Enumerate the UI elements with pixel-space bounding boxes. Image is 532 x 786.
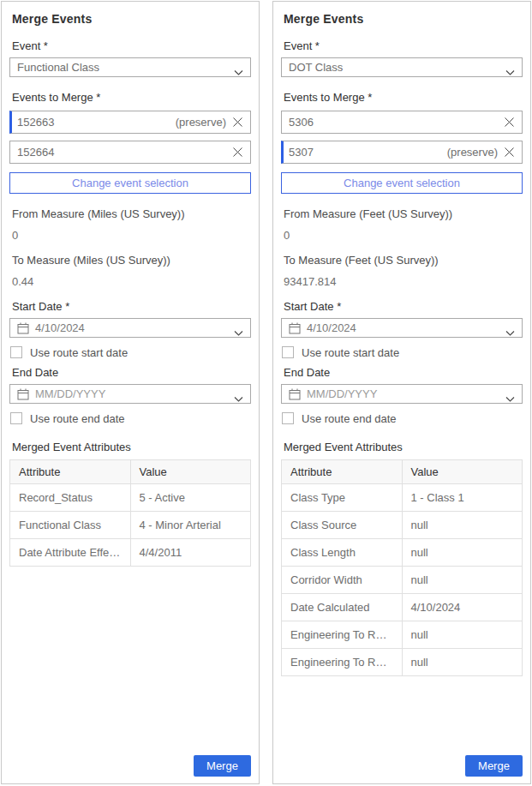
attribute-cell: Engineering To Route ... [282, 649, 403, 676]
preserve-tag: (preserve) [176, 116, 226, 129]
calendar-icon [289, 388, 301, 400]
attribute-cell: Class Length [282, 539, 403, 567]
end-date-label: End Date [284, 366, 520, 379]
table-header-row: Attribute Value [10, 460, 251, 484]
use-route-start-date-row: Use route start date [282, 345, 523, 360]
start-date-label: Start Date * [12, 300, 248, 313]
event-id-text: 5307 [289, 146, 447, 159]
merge-events-panel-right: Merge Events Event * DOT Class Events to… [272, 1, 531, 784]
calendar-icon [17, 388, 29, 400]
event-select-value: DOT Class [289, 61, 343, 74]
panel-footer: Merge [281, 755, 523, 778]
value-cell: null [402, 567, 523, 594]
attribute-column-header: Attribute [10, 460, 131, 484]
start-date-picker[interactable]: 4/10/2024 [9, 318, 251, 338]
preserve-tag: (preserve) [447, 146, 498, 159]
checkbox-use-route-end-date[interactable] [282, 412, 294, 424]
event-select[interactable]: Functional Class [9, 57, 251, 77]
event-id-text: 152663 [17, 116, 176, 129]
event-id-text: 152664 [17, 146, 232, 159]
event-to-merge-row: 152664 [9, 141, 251, 164]
value-cell: 4/4/2011 [130, 539, 251, 567]
event-to-merge-row: 5307 (preserve) [281, 141, 523, 164]
checkbox-use-route-end-date[interactable] [10, 412, 22, 424]
checkbox-use-route-start-date[interactable] [282, 346, 294, 358]
end-date-placeholder: MM/DD/YYYY [35, 387, 234, 400]
remove-event-icon[interactable] [504, 117, 515, 128]
end-date-placeholder: MM/DD/YYYY [307, 387, 505, 400]
start-date-value: 4/10/2024 [35, 321, 234, 334]
remove-event-icon[interactable] [232, 117, 243, 128]
attribute-cell: Functional Class [10, 512, 131, 539]
remove-event-icon[interactable] [232, 147, 243, 158]
start-date-label: Start Date * [284, 300, 520, 313]
event-select[interactable]: DOT Class [281, 57, 523, 77]
merged-event-attributes-label: Merged Event Attributes [12, 441, 248, 453]
value-column-header: Value [130, 460, 251, 484]
chevron-down-icon [234, 325, 243, 332]
attribute-cell: Record_Status [10, 484, 131, 512]
end-date-picker[interactable]: MM/DD/YYYY [9, 384, 251, 404]
change-event-selection-button[interactable]: Change event selection [9, 172, 251, 194]
merge-events-workspace: Merge Events Event * Functional Class Ev… [0, 0, 532, 786]
chevron-down-icon [505, 64, 515, 71]
calendar-icon [17, 322, 29, 334]
value-cell: 4 - Minor Arterial [130, 512, 251, 539]
start-date-value: 4/10/2024 [307, 321, 505, 334]
table-row: Corridor Width null [282, 567, 523, 594]
value-cell: null [402, 621, 523, 649]
table-row: Class Length null [282, 539, 523, 567]
remove-event-icon[interactable] [504, 147, 515, 158]
attribute-column-header: Attribute [282, 460, 403, 484]
table-row: Date Calculated 4/10/2024 [282, 594, 523, 621]
table-row: Class Source null [282, 512, 523, 539]
value-cell: 5 - Active [130, 484, 251, 512]
end-date-label: End Date [12, 366, 248, 379]
checkbox-use-route-start-date[interactable] [10, 346, 22, 358]
end-date-picker[interactable]: MM/DD/YYYY [281, 384, 523, 404]
attribute-cell: Engineering To RouteID [282, 621, 403, 649]
chevron-down-icon [505, 391, 515, 398]
table-header-row: Attribute Value [282, 460, 523, 484]
merged-event-attributes-label: Merged Event Attributes [284, 441, 520, 453]
page-title: Merge Events [12, 12, 248, 26]
table-row: Record_Status 5 - Active [10, 484, 251, 512]
value-cell: null [402, 539, 523, 567]
attribute-cell: Class Type [282, 484, 403, 512]
attribute-cell: Date Calculated [282, 594, 403, 621]
to-measure-value: 0.44 [12, 275, 248, 288]
change-event-selection-button[interactable]: Change event selection [281, 172, 523, 194]
chevron-down-icon [234, 64, 243, 71]
merge-button[interactable]: Merge [194, 755, 251, 777]
value-column-header: Value [402, 460, 523, 484]
table-row: Class Type 1 - Class 1 [282, 484, 523, 512]
from-measure-label: From Measure (Miles (US Survey)) [12, 207, 248, 220]
table-row: Date Attribute Effective 4/4/2011 [10, 539, 251, 567]
chevron-down-icon [505, 325, 515, 332]
use-route-start-date-label: Use route start date [30, 346, 128, 359]
events-to-merge-label: Events to Merge * [284, 91, 520, 104]
event-id-text: 5306 [289, 116, 504, 129]
merge-button[interactable]: Merge [465, 755, 523, 777]
merge-events-panel-left: Merge Events Event * Functional Class Ev… [1, 1, 260, 784]
use-route-end-date-row: Use route end date [10, 411, 251, 426]
attribute-cell: Class Source [282, 512, 403, 539]
chevron-down-icon [234, 391, 243, 398]
table-row: Engineering To RouteID null [282, 621, 523, 649]
value-cell: 4/10/2024 [402, 594, 523, 621]
attribute-cell: Corridor Width [282, 567, 403, 594]
use-route-start-date-row: Use route start date [10, 345, 251, 360]
start-date-picker[interactable]: 4/10/2024 [281, 318, 523, 338]
event-label: Event * [12, 39, 248, 52]
event-to-merge-row: 5306 [281, 111, 523, 134]
value-cell: null [402, 649, 523, 676]
merged-event-attributes-table: Attribute Value Record_Status 5 - Active… [9, 459, 251, 567]
event-to-merge-row: 152663 (preserve) [9, 111, 251, 134]
from-measure-value: 0 [284, 229, 520, 242]
attribute-cell: Date Attribute Effective [10, 539, 131, 567]
calendar-icon [289, 322, 301, 334]
use-route-start-date-label: Use route start date [302, 346, 399, 359]
value-cell: 1 - Class 1 [402, 484, 523, 512]
to-measure-label: To Measure (Miles (US Survey)) [12, 254, 248, 267]
event-label: Event * [284, 39, 520, 52]
